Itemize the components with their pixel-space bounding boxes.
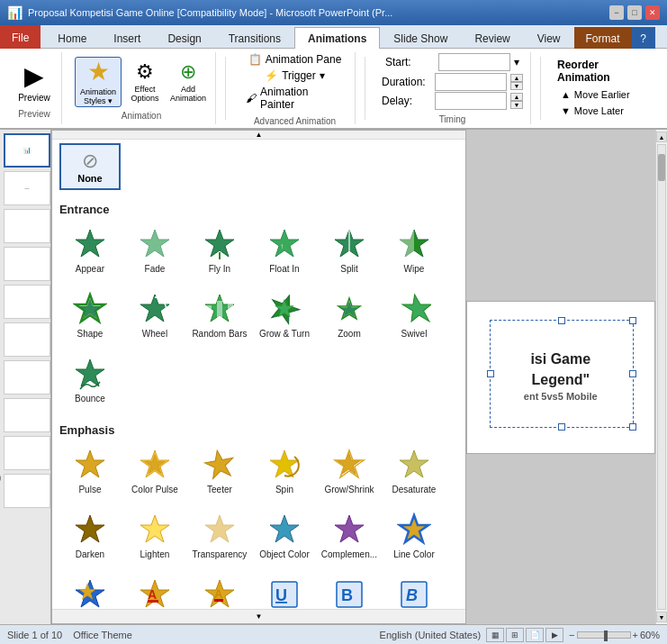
move-earlier-button[interactable]: ▲ Move Earlier — [557, 87, 653, 102]
tab-insert[interactable]: Insert — [100, 27, 154, 49]
add-animation-button[interactable]: ⊕ Add Animation — [168, 59, 208, 105]
slide-thumb-3[interactable] — [4, 209, 50, 243]
scroll-right-up[interactable]: ▲ — [656, 132, 667, 142]
animation-styles-button[interactable]: ★ AnimationStyles ▾ — [75, 57, 122, 107]
maximize-button[interactable]: □ — [627, 5, 642, 20]
anim-item-wave[interactable]: Wave — [59, 635, 121, 644]
resize-handle-ml[interactable] — [487, 370, 494, 377]
tab-help[interactable]: ? — [632, 27, 655, 49]
slide-thumb-4[interactable] — [4, 247, 50, 281]
delay-down[interactable]: ▼ — [510, 101, 523, 109]
resize-handle-tr[interactable] — [629, 317, 636, 324]
tab-format[interactable]: Format — [574, 27, 632, 49]
minimize-button[interactable]: − — [609, 5, 624, 20]
anim-item-colorpulse[interactable]: Color Pulse — [124, 440, 185, 502]
slide-thumb-9[interactable] — [4, 436, 50, 470]
tab-review[interactable]: Review — [461, 27, 523, 49]
anim-item-darken[interactable]: Darken — [59, 505, 121, 567]
colorpulse-icon — [137, 447, 173, 483]
slide-thumb-6[interactable] — [4, 322, 50, 357]
add-animation-icon: ⊕ — [180, 60, 196, 84]
duration-spin[interactable]: ▲ ▼ — [510, 74, 523, 90]
start-input[interactable] — [438, 53, 510, 71]
anim-item-transparency[interactable]: Transparency — [189, 505, 250, 567]
anim-scroll-down[interactable]: ▼ — [52, 609, 465, 623]
anim-item-zoom[interactable]: Zoom — [319, 285, 380, 346]
tab-design[interactable]: Design — [154, 27, 214, 49]
slideshow-button[interactable]: ▶ — [545, 628, 563, 642]
anim-scroll-up[interactable]: ▲ — [52, 131, 465, 140]
slide-thumb-1[interactable]: 📊 — [4, 133, 50, 168]
tab-view[interactable]: View — [524, 27, 574, 49]
scroll-right-track[interactable] — [657, 144, 666, 610]
none-item[interactable]: ⊘ None — [59, 143, 121, 190]
anim-item-flyin[interactable]: Fly In — [189, 220, 250, 281]
anim-item-spin[interactable]: Spin — [254, 440, 315, 502]
zoom-out-button[interactable]: − — [569, 630, 574, 640]
slide-thumb-8[interactable] — [4, 398, 50, 432]
linecolor-icon — [396, 512, 432, 548]
objectcolor-label: Object Color — [259, 549, 310, 560]
resize-handle-bm[interactable] — [558, 423, 565, 431]
resize-handle-mr[interactable] — [629, 370, 636, 377]
delay-input[interactable] — [435, 92, 507, 110]
anim-item-wipe[interactable]: Wipe — [383, 220, 445, 281]
anim-item-linecolor[interactable]: Line Color — [383, 505, 445, 567]
slide-sorter-button[interactable]: ⊞ — [506, 628, 524, 642]
appear-icon — [72, 226, 108, 262]
zoom-slider[interactable] — [577, 631, 631, 639]
scroll-right-thumb[interactable] — [658, 154, 665, 181]
duration-down[interactable]: ▼ — [510, 82, 523, 90]
anim-item-growturn[interactable]: Grow & Turn — [254, 285, 315, 346]
svg-marker-1 — [140, 230, 169, 257]
app-icon: 📊 — [7, 5, 23, 20]
anim-item-pulse[interactable]: Pulse — [59, 440, 121, 502]
preview-button[interactable]: ▶ Preview — [14, 59, 54, 105]
anim-item-swivel[interactable]: Swivel — [383, 285, 445, 346]
delay-spin[interactable]: ▲ ▼ — [510, 93, 523, 109]
anim-item-split[interactable]: Split — [319, 220, 380, 281]
anim-item-lighten[interactable]: Lighten — [124, 505, 185, 567]
move-later-button[interactable]: ▼ Move Later — [557, 104, 653, 118]
slide-thumb-2[interactable]: ─ — [4, 171, 50, 205]
tab-slideshow[interactable]: Slide Show — [380, 27, 461, 49]
anim-item-wheel[interactable]: Wheel — [124, 285, 185, 346]
close-button[interactable]: ✕ — [645, 5, 660, 20]
anim-item-objectcolor[interactable]: Object Color — [254, 505, 315, 567]
anim-item-desaturate[interactable]: Desaturate — [383, 440, 445, 502]
start-dropdown-icon[interactable]: ▾ — [514, 56, 519, 68]
anim-item-teeter[interactable]: Teeter — [189, 440, 250, 502]
animation-pane-button[interactable]: 📋 Animation Pane — [245, 51, 346, 68]
slide-thumb-10[interactable] — [4, 474, 50, 508]
anim-item-fade[interactable]: Fade — [124, 220, 185, 281]
window-title: Proposal Kompetisi Game Online [Compatib… — [28, 7, 392, 18]
slide-thumb-5[interactable] — [4, 285, 50, 319]
anim-item-randombars[interactable]: Random Bars — [189, 285, 250, 346]
duration-input[interactable] — [435, 73, 507, 91]
tab-file[interactable]: File — [0, 25, 41, 49]
anim-item-floatin[interactable]: ↑ Float In — [254, 220, 315, 281]
reading-view-button[interactable]: 📄 — [526, 628, 544, 642]
slide-thumb-7[interactable] — [4, 360, 50, 395]
tab-transitions[interactable]: Transitions — [215, 27, 294, 49]
animation-painter-button[interactable]: 🖌 Animation Painter — [242, 84, 347, 113]
anim-item-growshrink[interactable]: Grow/Shrink — [319, 440, 380, 502]
reorder-title: Reorder Animation — [557, 59, 653, 84]
trigger-button[interactable]: ⚡ Trigger ▾ — [261, 68, 329, 84]
anim-item-bounce[interactable]: Bounce — [59, 349, 121, 411]
scroll-right-down[interactable]: ▼ — [656, 612, 667, 622]
resize-handle-br[interactable] — [629, 423, 636, 431]
normal-view-button[interactable]: ▦ — [486, 628, 504, 642]
tab-animations[interactable]: Animations — [294, 27, 380, 49]
anim-item-appear[interactable]: Appear — [59, 220, 121, 281]
resize-handle-tm[interactable] — [558, 317, 565, 324]
zoom-thumb[interactable] — [604, 630, 608, 641]
tab-home[interactable]: Home — [44, 27, 100, 49]
zoom-in-button[interactable]: + — [633, 630, 638, 640]
delay-up[interactable]: ▲ — [510, 93, 523, 101]
anim-item-shape[interactable]: Shape — [59, 285, 121, 346]
anim-item-complement[interactable]: Complemen... — [319, 505, 380, 567]
duration-up[interactable]: ▲ — [510, 74, 523, 82]
effect-options-button[interactable]: ⚙ Effect Options — [125, 59, 165, 105]
duration-row: Duration: ▲ ▼ — [382, 72, 523, 92]
